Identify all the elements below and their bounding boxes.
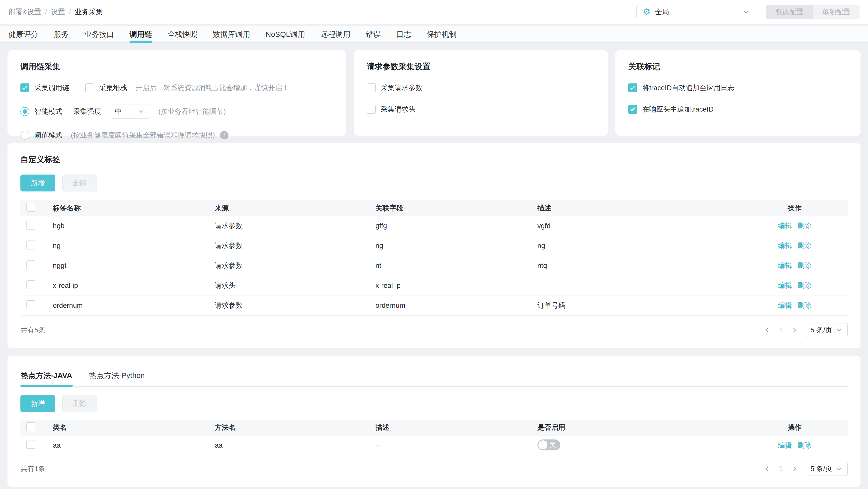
collect-request-headers-checkbox[interactable] <box>367 105 376 114</box>
card-title: 关联标记 <box>628 61 847 72</box>
delete-method-button[interactable]: 删除 <box>62 395 97 412</box>
info-icon[interactable]: i <box>220 131 228 139</box>
trace-collection-card: 调用链采集 采集调用链 采集堆栈 开启后，对系统资源消耗占比会增加，谨慎开启！ … <box>7 50 346 136</box>
breadcrumb-separator: / <box>69 8 71 16</box>
cell-actions: 编辑删除 <box>742 296 847 316</box>
scope-select[interactable]: ⚙ 全局 <box>636 5 756 19</box>
next-page-icon[interactable] <box>790 326 798 334</box>
collect-stack-checkbox[interactable] <box>85 84 94 92</box>
edit-link[interactable]: 编辑 <box>778 442 792 449</box>
edit-link[interactable]: 编辑 <box>778 301 792 309</box>
breadcrumb-separator: / <box>45 8 47 16</box>
tab-健康评分[interactable]: 健康评分 <box>8 26 38 42</box>
row-checkbox[interactable] <box>26 260 35 269</box>
append-traceid-log-checkbox[interactable] <box>628 84 637 92</box>
delete-link[interactable]: 删除 <box>798 222 811 230</box>
breadcrumb-item-deploy-settings[interactable]: 部署&设置 <box>8 7 41 17</box>
scope-select-value: 全局 <box>655 7 738 17</box>
select-all-checkbox[interactable] <box>26 203 35 211</box>
row-checkbox-cell <box>21 435 43 455</box>
row-checkbox[interactable] <box>26 440 35 449</box>
page-size-select[interactable]: 5 条/页 <box>806 462 847 476</box>
smart-mode-hint: (按业务吞吐智能调节) <box>158 107 226 116</box>
stack-hint: 开启后，对系统资源消耗占比会增加，谨慎开启！ <box>135 83 289 93</box>
chevron-down-icon <box>835 465 843 472</box>
tab-业务接口[interactable]: 业务接口 <box>84 26 114 42</box>
edit-link[interactable]: 编辑 <box>778 282 792 289</box>
delete-link[interactable]: 删除 <box>798 301 811 309</box>
page-number[interactable]: 1 <box>779 326 783 334</box>
row-checkbox[interactable] <box>26 300 35 309</box>
tab-NoSQL调用[interactable]: NoSQL调用 <box>266 26 305 42</box>
cell-actions: 编辑删除 <box>742 275 847 296</box>
intensity-select[interactable]: 中 <box>110 105 150 119</box>
select-all-checkbox[interactable] <box>26 422 35 431</box>
collect-stack-label: 采集堆栈 <box>99 83 127 93</box>
next-page-icon[interactable] <box>790 465 798 473</box>
cell-tag-name: hgb <box>43 216 205 236</box>
cell-enabled: 关 <box>527 435 742 455</box>
collect-trace-checkbox[interactable] <box>21 84 29 92</box>
enable-toggle[interactable]: 关 <box>537 439 560 450</box>
delete-link[interactable]: 删除 <box>798 262 811 269</box>
edit-link[interactable]: 编辑 <box>778 262 792 269</box>
tab-调用链[interactable]: 调用链 <box>129 26 152 42</box>
smart-mode-radio[interactable] <box>21 107 29 116</box>
tab-保护机制[interactable]: 保护机制 <box>427 26 457 42</box>
cell-source: 请求参数 <box>205 216 366 236</box>
add-method-button[interactable]: 新增 <box>21 395 55 412</box>
row-checkbox[interactable] <box>26 221 35 230</box>
cell-field: ng <box>366 236 527 256</box>
toggle-knob <box>538 441 547 449</box>
page-size-select[interactable]: 5 条/页 <box>806 323 847 337</box>
hot-methods-tabs: 热点方法-JAVA热点方法-Python <box>21 368 847 387</box>
tab-热点方法-JAVA[interactable]: 热点方法-JAVA <box>21 368 73 386</box>
tab-全栈快照[interactable]: 全栈快照 <box>167 26 197 42</box>
collect-request-params-label: 采集请求参数 <box>381 83 423 93</box>
column-header-actions: 操作 <box>742 420 847 435</box>
threshold-mode-radio[interactable] <box>21 131 29 140</box>
total-count: 共有5条 <box>21 325 45 335</box>
row-checkbox[interactable] <box>26 240 35 250</box>
cell-class-name: aa <box>43 435 205 455</box>
delete-link[interactable]: 删除 <box>798 442 811 449</box>
collect-request-params-checkbox[interactable] <box>367 84 376 92</box>
prev-page-icon[interactable] <box>763 465 771 473</box>
delete-tag-button[interactable]: 删除 <box>62 174 97 192</box>
default-config-button[interactable]: 默认配置 <box>766 5 813 19</box>
column-header-desc: 描述 <box>527 200 742 216</box>
collect-request-headers-label: 采集请求头 <box>381 105 415 114</box>
tab-服务[interactable]: 服务 <box>54 26 69 42</box>
top-bar: 部署&设置 / 设置 / 业务采集 ⚙ 全局 默认配置 单独配置 <box>0 0 868 24</box>
edit-link[interactable]: 编辑 <box>778 222 792 230</box>
chevron-down-icon <box>137 108 145 115</box>
smart-mode-label: 智能模式 <box>34 107 62 116</box>
tab-错误[interactable]: 错误 <box>366 26 381 42</box>
breadcrumb-item-settings[interactable]: 设置 <box>51 7 65 17</box>
tab-远程调用[interactable]: 远程调用 <box>320 26 350 42</box>
radio-dot <box>23 109 27 114</box>
cell-desc: ng <box>527 236 742 256</box>
append-traceid-header-checkbox[interactable] <box>628 105 637 114</box>
tab-日志[interactable]: 日志 <box>396 26 411 42</box>
separate-config-button[interactable]: 单独配置 <box>813 5 860 19</box>
cell-actions: 编辑删除 <box>742 256 847 275</box>
edit-link[interactable]: 编辑 <box>778 242 792 250</box>
page-number[interactable]: 1 <box>779 465 783 473</box>
page-content: 调用链采集 采集调用链 采集堆栈 开启后，对系统资源消耗占比会增加，谨慎开启！ … <box>0 43 868 489</box>
table-row: ordernum请求参数ordernum订单号码编辑删除 <box>21 296 847 316</box>
tab-热点方法-Python[interactable]: 热点方法-Python <box>89 368 145 386</box>
check-icon <box>630 106 635 111</box>
cell-actions: 编辑删除 <box>742 216 847 236</box>
toggle-label: 关 <box>550 441 556 449</box>
cell-tag-name: x-real-ip <box>43 275 205 296</box>
table-row: hgb请求参数gffgvgfd编辑删除 <box>21 216 847 236</box>
gear-icon: ⚙ <box>643 7 651 17</box>
tab-数据库调用[interactable]: 数据库调用 <box>213 26 250 42</box>
prev-page-icon[interactable] <box>763 326 771 334</box>
delete-link[interactable]: 删除 <box>798 242 811 250</box>
add-tag-button[interactable]: 新增 <box>21 174 55 192</box>
card-title: 请求参数采集设置 <box>367 61 595 72</box>
delete-link[interactable]: 删除 <box>798 282 811 289</box>
row-checkbox[interactable] <box>26 280 35 289</box>
